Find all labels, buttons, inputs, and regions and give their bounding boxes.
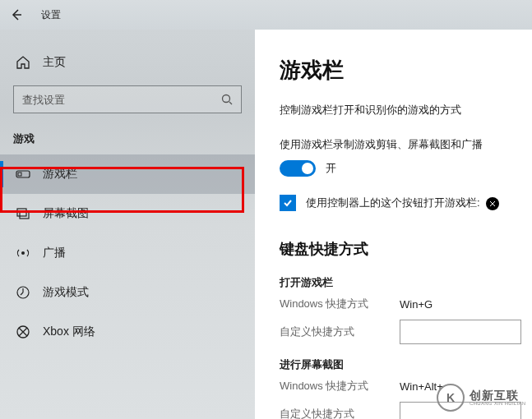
svg-rect-4 xyxy=(20,211,29,219)
svg-point-5 xyxy=(21,251,25,255)
gamemode-icon xyxy=(15,284,31,301)
sidebar-item-label: Xbox 网络 xyxy=(43,325,95,339)
sidebar-item-gamemode[interactable]: 游戏模式 xyxy=(0,273,255,312)
record-toggle[interactable] xyxy=(280,160,316,177)
page-heading: 游戏栏 xyxy=(280,56,532,85)
gamebar-icon xyxy=(15,166,31,182)
sidebar-home[interactable]: 主页 xyxy=(0,46,255,85)
content-pane: 游戏栏 控制游戏栏打开和识别你的游戏的方式 使用游戏栏录制游戏剪辑、屏幕截图和广… xyxy=(255,30,532,419)
titlebar: 设置 xyxy=(0,0,532,30)
sidebar-item-xbox-network[interactable]: Xbox 网络 xyxy=(0,312,255,352)
sidebar-item-gamebar[interactable]: 游戏栏 xyxy=(0,154,255,194)
watermark-logo-icon: K xyxy=(437,384,465,412)
shortcut-windows-label: Windows 快捷方式 xyxy=(280,297,400,311)
sidebar-item-label: 游戏栏 xyxy=(43,167,77,182)
sidebar-section-label: 游戏 xyxy=(0,131,255,154)
sidebar-nav: 游戏栏 屏幕截图 广播 xyxy=(0,154,255,352)
sidebar-item-broadcast[interactable]: 广播 xyxy=(0,233,255,273)
sidebar-item-label: 屏幕截图 xyxy=(43,206,89,221)
screenshot-icon xyxy=(15,205,31,222)
broadcast-icon xyxy=(15,245,31,261)
shortcut-group-title: 打开游戏栏 xyxy=(280,275,532,290)
back-button[interactable] xyxy=(8,7,25,23)
search-icon xyxy=(213,93,241,106)
shortcut-custom-label: 自定义快捷方式 xyxy=(280,325,400,339)
sidebar-item-label: 游戏模式 xyxy=(43,285,89,300)
watermark-sub: CHUANG XIN HUILIAN xyxy=(470,401,525,406)
svg-rect-2 xyxy=(18,173,21,176)
shortcut-windows-value: Win+G xyxy=(400,298,433,311)
watermark: K 创新互联 CHUANG XIN HUILIAN xyxy=(437,381,527,414)
search-box[interactable] xyxy=(13,85,242,113)
sidebar-item-screenshot[interactable]: 屏幕截图 xyxy=(0,194,255,233)
window-title: 设置 xyxy=(41,8,61,22)
svg-rect-3 xyxy=(17,209,26,216)
shortcut-group-open-gamebar: 打开游戏栏 Windows 快捷方式 Win+G 自定义快捷方式 xyxy=(280,275,532,344)
shortcut-custom-label: 自定义快捷方式 xyxy=(280,407,400,419)
shortcut-group-title: 进行屏幕截图 xyxy=(280,357,532,372)
controller-open-checkbox[interactable] xyxy=(280,195,296,211)
search-input[interactable] xyxy=(14,94,213,106)
toggle-description: 使用游戏栏录制游戏剪辑、屏幕截图和广播 xyxy=(280,137,532,152)
sidebar-home-label: 主页 xyxy=(43,55,66,70)
sidebar-item-label: 广播 xyxy=(43,246,66,260)
home-icon xyxy=(15,54,31,71)
shortcut-windows-label: Windows 快捷方式 xyxy=(280,379,400,394)
xbox-icon xyxy=(15,324,31,340)
shortcuts-heading: 键盘快捷方式 xyxy=(280,239,532,259)
shortcut-custom-input[interactable] xyxy=(400,320,521,344)
watermark-brand: 创新互联 xyxy=(470,389,525,401)
checkbox-label: 使用控制器上的这个按钮打开游戏栏: xyxy=(306,196,499,210)
toggle-state-label: 开 xyxy=(326,161,336,176)
svg-point-0 xyxy=(223,95,230,103)
sidebar: 主页 游戏 游戏栏 xyxy=(0,30,255,419)
xbox-button-icon xyxy=(486,197,499,210)
page-description: 控制游戏栏打开和识别你的游戏的方式 xyxy=(280,103,532,117)
